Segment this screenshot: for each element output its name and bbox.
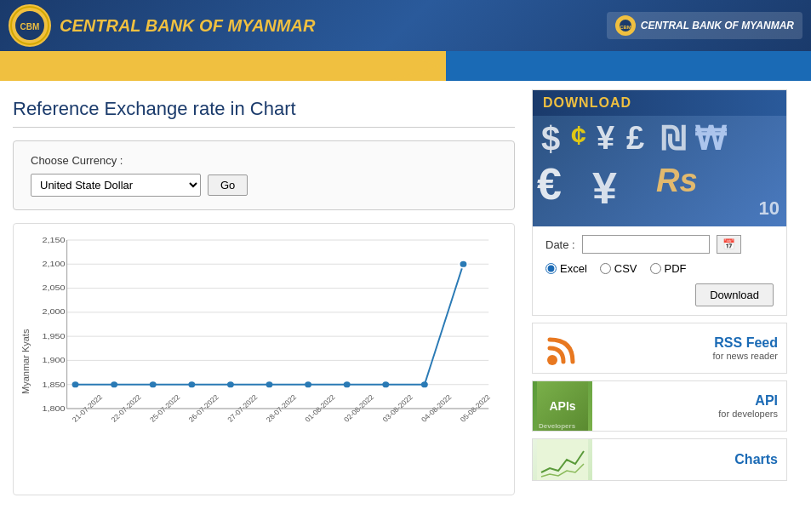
date-row: Date : 📅 xyxy=(545,235,774,254)
charts-mini-icon xyxy=(537,438,588,481)
svg-point-35 xyxy=(150,381,157,387)
y-axis-label: Myanmar Kyats xyxy=(18,232,33,490)
svg-text:1,900: 1,900 xyxy=(42,355,65,363)
svg-point-36 xyxy=(188,381,195,387)
page-title: Reference Exchange rate in Chart xyxy=(13,98,515,120)
radio-pdf[interactable] xyxy=(650,263,661,274)
format-excel[interactable]: Excel xyxy=(545,262,587,275)
svg-point-43 xyxy=(459,260,467,268)
charts-icon-box xyxy=(533,439,592,480)
svg-text:27-07-2022: 27-07-2022 xyxy=(226,392,260,423)
format-row: Excel CSV PDF xyxy=(545,262,774,275)
go-button[interactable]: Go xyxy=(208,174,248,196)
chart-svg: 2,150 2,100 2,050 2,000 1,950 1,900 1,85… xyxy=(33,232,505,439)
top-banner xyxy=(0,51,811,81)
svg-point-38 xyxy=(266,381,273,387)
api-card[interactable]: APIs Developers API for developers xyxy=(532,380,787,432)
svg-text:2,100: 2,100 xyxy=(42,259,65,267)
svg-point-34 xyxy=(111,381,117,387)
svg-text:CBM: CBM xyxy=(20,22,40,31)
svg-point-37 xyxy=(227,381,234,387)
svg-point-39 xyxy=(305,381,311,387)
charts-card[interactable]: Charts xyxy=(532,438,787,481)
currency-box: Choose Currency : United State Dollar Eu… xyxy=(13,140,515,210)
svg-rect-48 xyxy=(537,438,588,481)
rss-icon xyxy=(544,329,582,368)
main-container: Reference Exchange rate in Chart Choose … xyxy=(0,81,811,512)
currency-label: Choose Currency : xyxy=(31,154,497,167)
svg-text:2,000: 2,000 xyxy=(42,307,65,316)
charts-card-text: Charts xyxy=(592,439,786,480)
radio-csv[interactable] xyxy=(600,263,611,274)
svg-text:01-08-2022: 01-08-2022 xyxy=(303,392,337,423)
header-right-title: CENTRAL BANK OF MYANMAR xyxy=(641,20,794,31)
api-icon-box: APIs Developers xyxy=(533,381,592,431)
download-image: $ ¢ ¥ £ ₪ ₩ € ¥ Rs 10 xyxy=(533,116,786,226)
svg-text:21-07-2022: 21-07-2022 xyxy=(71,392,105,423)
download-form: Date : 📅 Excel CSV PDF xyxy=(533,226,786,315)
svg-text:1,950: 1,950 xyxy=(42,332,65,340)
title-divider xyxy=(13,127,515,128)
svg-point-42 xyxy=(421,381,428,387)
header-logo: CBM xyxy=(9,4,51,47)
calendar-button[interactable]: 📅 xyxy=(717,235,741,254)
svg-text:1,800: 1,800 xyxy=(42,403,65,412)
header-right-logo: CBM xyxy=(615,15,636,36)
header: CBM CENTRAL BANK OF MYANMAR CBM CENTRAL … xyxy=(0,0,811,51)
rss-title: RSS Feed xyxy=(714,335,778,351)
svg-point-47 xyxy=(547,355,557,365)
excel-label: Excel xyxy=(560,262,587,275)
currency-select[interactable]: United State Dollar Euro Singapore Dolla… xyxy=(31,174,201,197)
rss-card-text: RSS Feed for news reader xyxy=(592,323,786,373)
date-input[interactable] xyxy=(582,235,710,254)
currency-row: United State Dollar Euro Singapore Dolla… xyxy=(31,174,497,197)
date-label: Date : xyxy=(545,238,575,251)
header-title: CENTRAL BANK OF MYANMAR xyxy=(60,16,315,36)
header-right: CBM CENTRAL BANK OF MYANMAR xyxy=(607,12,802,39)
api-title: API xyxy=(755,393,778,409)
right-sidebar: DOWNLOAD $ ¢ ¥ £ ₪ ₩ € ¥ Rs 10 Date : 📅 xyxy=(528,89,791,504)
svg-text:2,150: 2,150 xyxy=(42,235,65,243)
chart-area: 2,150 2,100 2,050 2,000 1,950 1,900 1,85… xyxy=(33,232,505,490)
svg-text:25-07-2022: 25-07-2022 xyxy=(148,392,182,423)
pdf-label: PDF xyxy=(665,262,687,275)
svg-text:02-08-2022: 02-08-2022 xyxy=(342,392,376,423)
download-header: DOWNLOAD xyxy=(533,90,786,116)
charts-title: Charts xyxy=(734,452,778,467)
csv-label: CSV xyxy=(614,262,637,275)
svg-point-40 xyxy=(344,381,351,387)
rss-subtitle: for news reader xyxy=(713,351,778,361)
svg-point-41 xyxy=(382,381,389,387)
format-csv[interactable]: CSV xyxy=(600,262,637,275)
svg-text:03-08-2022: 03-08-2022 xyxy=(380,392,414,423)
svg-text:1,850: 1,850 xyxy=(42,380,65,388)
svg-text:2,050: 2,050 xyxy=(42,283,65,292)
format-pdf[interactable]: PDF xyxy=(650,262,687,275)
left-content: Reference Exchange rate in Chart Choose … xyxy=(0,89,528,504)
svg-text:04-08-2022: 04-08-2022 xyxy=(420,392,454,423)
download-button[interactable]: Download xyxy=(695,283,774,306)
svg-point-33 xyxy=(72,381,79,387)
chart-container: Myanmar Kyats xyxy=(13,223,515,495)
api-subtitle: for developers xyxy=(718,409,778,419)
svg-text:28-07-2022: 28-07-2022 xyxy=(265,392,299,423)
svg-text:22-07-2022: 22-07-2022 xyxy=(109,392,143,423)
svg-text:26-07-2022: 26-07-2022 xyxy=(186,392,220,423)
api-icon-text: APIs xyxy=(549,399,575,413)
rss-card[interactable]: RSS Feed for news reader xyxy=(532,323,787,374)
svg-text:CBM: CBM xyxy=(620,25,631,30)
download-section: DOWNLOAD $ ¢ ¥ £ ₪ ₩ € ¥ Rs 10 Date : 📅 xyxy=(532,89,787,316)
radio-excel[interactable] xyxy=(545,263,557,274)
api-card-text: API for developers xyxy=(592,381,786,431)
rss-icon-box xyxy=(533,323,592,373)
svg-text:05-08-2022: 05-08-2022 xyxy=(459,392,493,423)
